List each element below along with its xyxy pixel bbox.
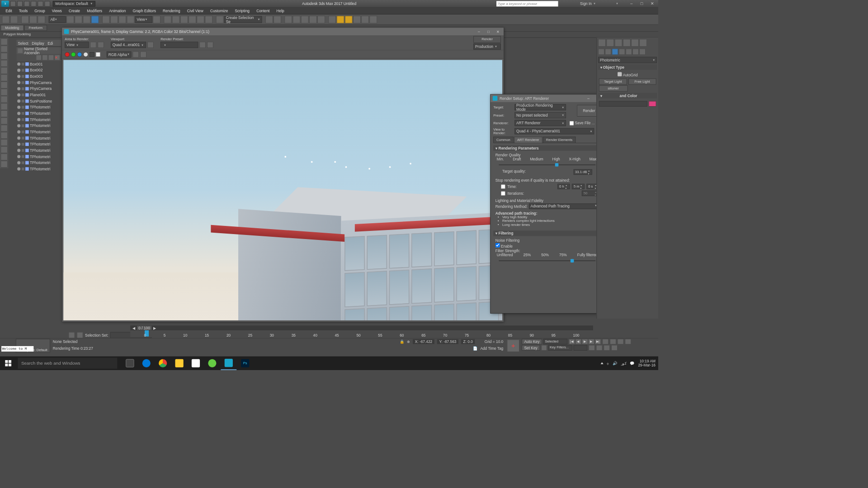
alpha-channel-toggle[interactable] <box>83 52 88 57</box>
network-icon[interactable]: ⏚ <box>607 361 609 365</box>
file-explorer-icon[interactable] <box>171 357 187 370</box>
freeze-toggle-icon[interactable] <box>22 137 24 140</box>
key-mode-icon[interactable] <box>541 345 547 351</box>
explorer-toolbar-icon[interactable] <box>49 55 54 60</box>
green-channel-toggle[interactable] <box>71 52 76 57</box>
menu-rendering[interactable]: Rendering <box>160 8 184 14</box>
time-checkbox[interactable] <box>501 184 505 189</box>
window-crossing-icon[interactable] <box>91 16 99 23</box>
strength-slider[interactable] <box>499 258 595 263</box>
star-icon[interactable] <box>566 1 572 6</box>
render-cloud-icon[interactable] <box>369 16 377 23</box>
target-light-button[interactable]: Target Light <box>599 79 627 85</box>
render-prod-icon[interactable] <box>345 16 353 23</box>
rotate-icon[interactable] <box>110 16 118 23</box>
list-item[interactable]: TPhotometri <box>16 147 61 154</box>
selset-icon[interactable] <box>69 332 75 338</box>
qat-project-icon[interactable] <box>45 1 50 6</box>
utilities-panel-icon[interactable] <box>639 39 647 47</box>
set-key-button[interactable]: Set Key <box>522 345 540 351</box>
freeze-toggle-icon[interactable] <box>22 81 24 84</box>
modify-panel-icon[interactable] <box>606 39 614 47</box>
list-item[interactable]: PhysCamera <box>16 80 61 86</box>
explorer-sort-label[interactable]: Name (Sorted Ascendin <box>24 47 60 55</box>
pivot-icon[interactable] <box>153 16 160 23</box>
area-to-render-dropdown[interactable]: View▼ <box>65 42 89 48</box>
prev-frame-button[interactable]: ◀ <box>575 339 581 344</box>
3dsmax-taskbar-icon[interactable] <box>221 357 236 370</box>
region-edit-icon[interactable] <box>90 42 96 48</box>
visibility-toggle-icon[interactable] <box>17 136 21 140</box>
maximize-button[interactable]: □ <box>637 1 646 6</box>
list-item[interactable]: Box002 <box>16 67 61 74</box>
clock[interactable]: 10:19 AM29-Mar-16 <box>638 359 655 367</box>
select-name-icon[interactable] <box>75 16 82 23</box>
goto-end-button[interactable]: ▶| <box>594 339 601 344</box>
lights-icon[interactable] <box>612 49 618 55</box>
mirror-icon[interactable] <box>265 16 273 23</box>
curve-editor-icon[interactable] <box>301 16 309 23</box>
qat-new-icon[interactable] <box>10 1 16 6</box>
time-tag-icon[interactable]: 📄 <box>473 346 478 351</box>
freeze-toggle-icon[interactable] <box>22 69 24 71</box>
angle-snap-icon[interactable] <box>189 16 196 23</box>
placement-icon[interactable] <box>127 16 135 23</box>
windows-search-input[interactable]: Search the web and Windows <box>18 358 117 369</box>
se-tool-icon[interactable] <box>1 103 8 110</box>
exchange-icon[interactable] <box>602 1 608 6</box>
list-item[interactable]: TPhotometri <box>16 129 61 135</box>
menu-views[interactable]: Views <box>48 8 65 14</box>
render-mode-dropdown[interactable]: Production▼ <box>473 43 501 50</box>
renderer-dropdown[interactable]: ART Renderer▼ <box>514 120 566 126</box>
list-item[interactable]: TPhotometri <box>16 166 61 172</box>
layer-explorer-icon[interactable] <box>293 16 301 23</box>
menu-modifiers[interactable]: Modifiers <box>84 8 106 14</box>
rollout-name-color[interactable]: ▾ and Color <box>598 93 657 99</box>
tab-common[interactable]: Common <box>493 137 513 143</box>
se-tool-icon[interactable] <box>1 161 8 168</box>
explorer-menu-display[interactable]: Display <box>32 41 44 45</box>
list-item[interactable]: Plane001 <box>16 92 61 98</box>
visibility-toggle-icon[interactable] <box>17 112 21 115</box>
render-button[interactable]: Render <box>473 36 501 42</box>
chrome-icon[interactable] <box>155 357 171 370</box>
view-to-render-dropdown[interactable]: Quad 4 - PhysCamera001▼ <box>514 128 594 135</box>
freeze-toggle-icon[interactable] <box>22 63 24 66</box>
task-view-icon[interactable] <box>122 357 138 370</box>
se-tool-icon[interactable] <box>1 117 8 124</box>
named-sel-icon[interactable] <box>216 16 224 23</box>
set-key-big-button[interactable]: + <box>507 339 519 352</box>
rollout-filtering[interactable]: ▾ Filtering <box>493 230 601 236</box>
favorites-icon[interactable] <box>573 1 579 6</box>
time-h-spinner[interactable]: 0 h <box>557 183 570 189</box>
render-setup-shortcut-icon[interactable] <box>200 42 206 48</box>
freeze-toggle-icon[interactable] <box>22 161 24 164</box>
list-item[interactable]: TPhotometri <box>16 160 61 166</box>
menu-scripting[interactable]: Scripting <box>231 8 253 14</box>
se-tool-icon[interactable] <box>1 60 8 67</box>
app-icon[interactable] <box>204 357 220 370</box>
render-iterative-icon[interactable] <box>353 16 361 23</box>
viewport-dropdown[interactable]: Quad 4...era001▼ <box>111 42 146 48</box>
move-icon[interactable] <box>102 16 110 23</box>
object-color-swatch[interactable] <box>649 101 656 107</box>
visibility-toggle-icon[interactable] <box>17 142 21 146</box>
lang-indicator[interactable]: كور <box>621 361 627 366</box>
create-panel-icon[interactable] <box>598 39 606 47</box>
visibility-toggle-icon[interactable] <box>17 87 21 91</box>
se-tool-icon[interactable] <box>1 132 8 139</box>
visibility-toggle-icon[interactable] <box>17 62 21 66</box>
qat-open-icon[interactable] <box>17 1 23 6</box>
visibility-toggle-icon[interactable] <box>17 99 21 103</box>
maxscript-listener[interactable]: Welcome to M <box>1 346 33 352</box>
freeze-toggle-icon[interactable] <box>22 124 24 127</box>
clear-toggle[interactable] <box>96 52 101 57</box>
lock-view-icon[interactable] <box>147 42 154 48</box>
infocenter-icon[interactable] <box>560 1 565 6</box>
env-dialog-icon[interactable] <box>207 42 213 48</box>
tab-art-renderer[interactable]: ART Renderer <box>514 137 542 143</box>
render-preset-dropdown[interactable]: ▼ <box>160 42 198 48</box>
manipulate-icon[interactable] <box>164 16 171 23</box>
viewport-nav-icon[interactable] <box>617 339 623 344</box>
menu-tools[interactable]: Tools <box>15 8 31 14</box>
